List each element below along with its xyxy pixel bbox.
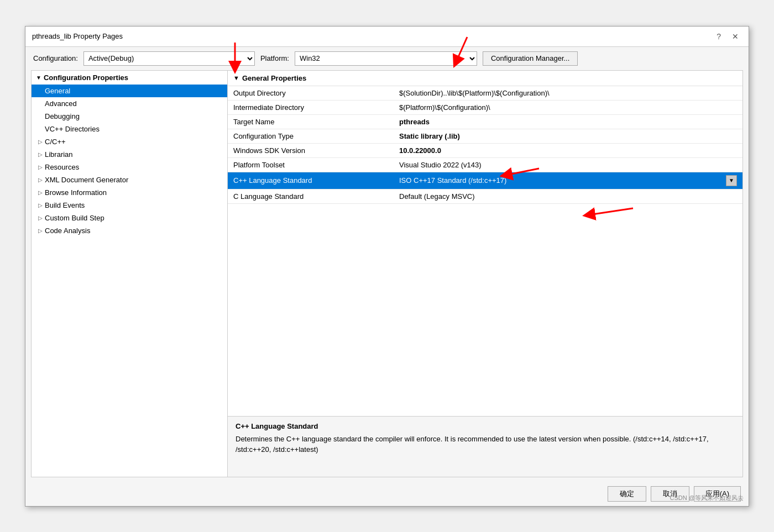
root-arrow-icon: ▼: [36, 75, 41, 81]
table-row[interactable]: Target Name pthreads: [228, 114, 742, 129]
prop-value: Static library (.lib): [394, 129, 742, 143]
config-row: Configuration: Active(Debug) Platform: W…: [25, 47, 749, 70]
sidebar-item-xml-document-generator[interactable]: ▷ XML Document Generator: [32, 173, 227, 186]
prop-value: 10.0.22000.0: [394, 143, 742, 157]
prop-name: Intermediate Directory: [228, 100, 394, 114]
custom-build-label: Custom Build Step: [45, 214, 104, 222]
browse-info-arrow-icon: ▷: [38, 189, 43, 196]
prop-name: Output Directory: [228, 86, 394, 101]
cpp-standard-dropdown-button[interactable]: ▼: [726, 175, 737, 186]
left-panel: ▼ Configuration Properties General Advan…: [32, 71, 228, 477]
watermark: CSDN @等风来不如迎风去: [670, 494, 744, 502]
resources-arrow-icon: ▷: [38, 164, 43, 170]
prop-name: Target Name: [228, 114, 394, 129]
description-text: Determines the C++ language standard the…: [236, 434, 735, 455]
build-events-label: Build Events: [45, 201, 85, 209]
resources-label: Resources: [45, 163, 79, 171]
code-analysis-arrow-icon: ▷: [38, 228, 43, 234]
prop-value: $(SolutionDir)..\lib\$(Platform)\$(Confi…: [394, 86, 742, 101]
configuration-select[interactable]: Active(Debug): [83, 51, 255, 66]
dialog-title: pthreads_lib Property Pages: [32, 32, 123, 40]
browse-info-label: Browse Information: [45, 188, 107, 197]
advanced-label: Advanced: [45, 99, 77, 108]
bottom-bar: 确定 取消 应用(A): [25, 482, 749, 506]
help-button[interactable]: ?: [713, 31, 724, 42]
description-area: C++ Language Standard Determines the C++…: [228, 416, 742, 477]
dropdown-cell: ISO C++17 Standard (/std:c++17) ▼: [399, 175, 737, 186]
properties-table: Output Directory $(SolutionDir)..\lib\$(…: [228, 86, 742, 204]
tree-root[interactable]: ▼ Configuration Properties: [32, 71, 227, 85]
tree-root-label: Configuration Properties: [44, 73, 128, 82]
dialog: pthreads_lib Property Pages ? ✕ Configur…: [25, 26, 749, 507]
prop-value-cpp-standard: ISO C++17 Standard (/std:c++17) ▼: [394, 172, 742, 189]
prop-value: $(Platform)\$(Configuration)\: [394, 100, 742, 114]
table-row[interactable]: Intermediate Directory $(Platform)\$(Con…: [228, 100, 742, 114]
sidebar-item-debugging[interactable]: Debugging: [32, 110, 227, 123]
vcpp-dirs-label: VC++ Directories: [45, 125, 100, 133]
table-row[interactable]: Configuration Type Static library (.lib): [228, 129, 742, 143]
build-events-arrow-icon: ▷: [38, 202, 43, 208]
table-row[interactable]: C Language Standard Default (Legacy MSVC…: [228, 189, 742, 203]
librarian-arrow-icon: ▷: [38, 151, 43, 157]
prop-value: Default (Legacy MSVC): [394, 189, 742, 203]
xml-doc-arrow-icon: ▷: [38, 177, 43, 183]
prop-name: Configuration Type: [228, 129, 394, 143]
config-label: Configuration:: [33, 54, 78, 62]
section-header: ▼ General Properties: [228, 71, 742, 86]
platform-label: Platform:: [260, 54, 289, 62]
sidebar-item-custom-build-step[interactable]: ▷ Custom Build Step: [32, 212, 227, 224]
section-title: General Properties: [242, 74, 306, 82]
sidebar-item-advanced[interactable]: Advanced: [32, 97, 227, 110]
properties-area: ▼ General Properties Output Directory $(…: [228, 71, 742, 416]
cpp-arrow-icon: ▷: [38, 139, 43, 145]
custom-build-arrow-icon: ▷: [38, 215, 43, 221]
platform-select[interactable]: Win32: [295, 51, 477, 66]
prop-name: Windows SDK Version: [228, 143, 394, 157]
code-analysis-label: Code Analysis: [45, 227, 90, 235]
section-arrow-icon: ▼: [233, 75, 239, 81]
ok-button[interactable]: 确定: [608, 486, 646, 502]
description-title: C++ Language Standard: [236, 422, 735, 430]
prop-value: pthreads: [394, 114, 742, 129]
table-row[interactable]: Windows SDK Version 10.0.22000.0: [228, 143, 742, 157]
sidebar-item-cpp[interactable]: ▷ C/C++: [32, 135, 227, 148]
title-bar-controls: ? ✕: [713, 31, 742, 42]
main-content: ▼ Configuration Properties General Advan…: [31, 70, 743, 477]
xml-doc-label: XML Document Generator: [45, 176, 128, 184]
debugging-label: Debugging: [45, 112, 80, 120]
sidebar-item-general[interactable]: General: [32, 85, 227, 97]
sidebar-item-build-events[interactable]: ▷ Build Events: [32, 199, 227, 212]
table-row[interactable]: Platform Toolset Visual Studio 2022 (v14…: [228, 157, 742, 172]
prop-name-cpp-standard: C++ Language Standard: [228, 172, 394, 189]
general-label: General: [45, 87, 70, 95]
table-row-cpp-standard[interactable]: C++ Language Standard ISO C++17 Standard…: [228, 172, 742, 189]
prop-value: Visual Studio 2022 (v143): [394, 157, 742, 172]
cpp-standard-value: ISO C++17 Standard (/std:c++17): [399, 176, 506, 185]
table-row[interactable]: Output Directory $(SolutionDir)..\lib\$(…: [228, 86, 742, 101]
title-bar: pthreads_lib Property Pages ? ✕: [25, 27, 749, 47]
librarian-label: Librarian: [45, 150, 73, 159]
sidebar-item-code-analysis[interactable]: ▷ Code Analysis: [32, 224, 227, 237]
prop-name: C Language Standard: [228, 189, 394, 203]
sidebar-item-browse-information[interactable]: ▷ Browse Information: [32, 186, 227, 199]
cpp-label: C/C++: [45, 138, 66, 146]
sidebar-item-resources[interactable]: ▷ Resources: [32, 161, 227, 173]
config-manager-button[interactable]: Configuration Manager...: [483, 51, 578, 66]
close-button[interactable]: ✕: [729, 31, 742, 42]
prop-name: Platform Toolset: [228, 157, 394, 172]
sidebar-item-vcpp-directories[interactable]: VC++ Directories: [32, 123, 227, 135]
sidebar-item-librarian[interactable]: ▷ Librarian: [32, 148, 227, 161]
right-panel: ▼ General Properties Output Directory $(…: [228, 71, 742, 477]
